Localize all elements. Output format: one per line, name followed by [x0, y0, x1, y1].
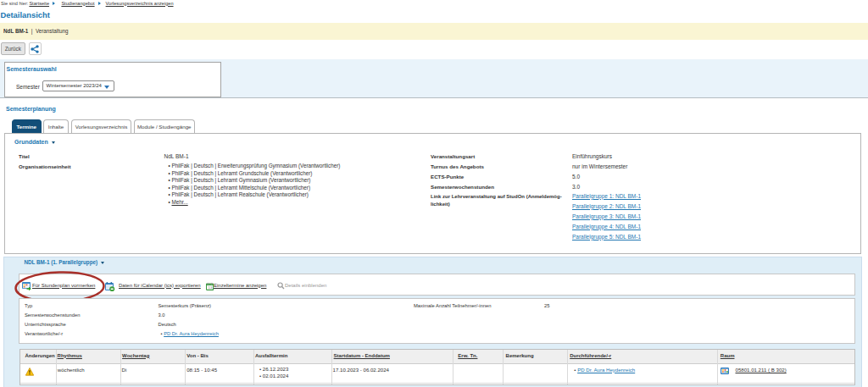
svg-text:13: 13 [208, 285, 212, 290]
